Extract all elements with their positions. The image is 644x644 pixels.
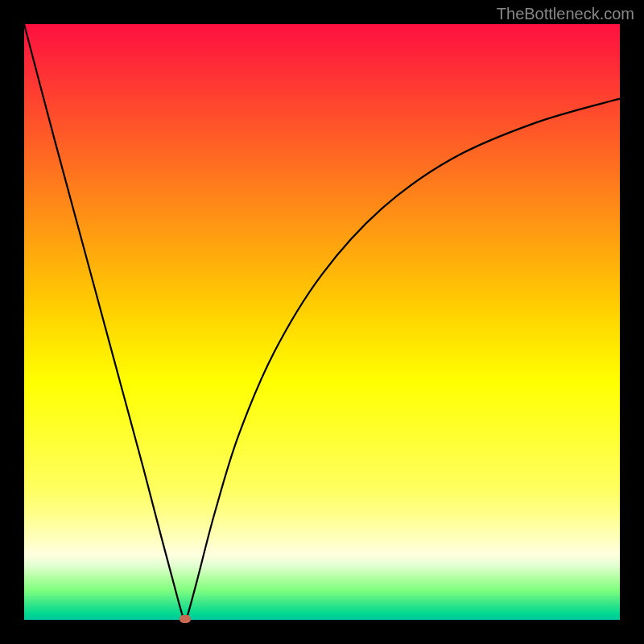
watermark: TheBottleneck.com bbox=[497, 5, 634, 23]
minimum-marker bbox=[180, 615, 191, 623]
curve-svg bbox=[24, 24, 620, 620]
bottleneck-curve bbox=[24, 24, 620, 620]
chart-container: TheBottleneck.com bbox=[0, 0, 644, 644]
plot-area bbox=[24, 24, 620, 620]
